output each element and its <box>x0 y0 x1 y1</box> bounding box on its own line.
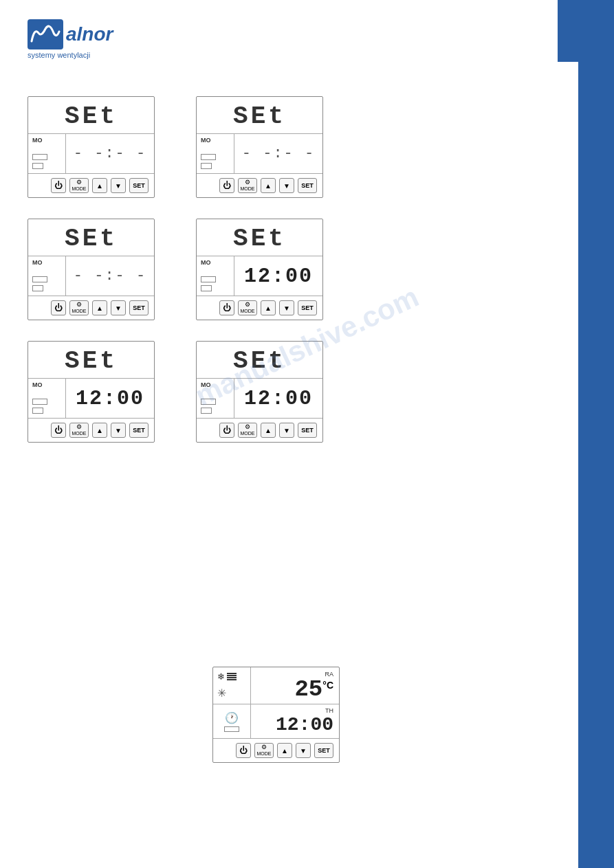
indicator-sq-3 <box>32 285 43 291</box>
left-col-1-1: MO <box>28 134 66 173</box>
snowflake-icon: ✳ <box>217 687 226 700</box>
down-button-1-1[interactable]: ▼ <box>111 178 126 193</box>
panels-row-2: SEt MO - -:- - ⏻ ⚙MODE ▲ ▼ <box>28 219 552 320</box>
set-button-2-1[interactable]: SET <box>129 300 149 315</box>
up-button-2-2[interactable]: ▲ <box>261 300 276 315</box>
up-button-bottom[interactable]: ▲ <box>277 743 292 758</box>
set-display-3-2: SEt <box>197 342 322 379</box>
logo-area: alnor systemy wentylacji <box>28 19 144 67</box>
panels-row-1: SEt MO - -:- - ⏻ ⚙MODE ▲ ▼ <box>28 96 552 198</box>
set-display-1-1: SEt <box>28 97 154 134</box>
mode-button-3-2[interactable]: ⚙MODE <box>238 423 257 438</box>
set-display-2-2: SEt <box>197 219 322 256</box>
indicator-rect-5 <box>32 399 47 405</box>
panels-row-3: SEt MO 12:00 ⏻ ⚙MODE ▲ ▼ <box>28 341 552 443</box>
left-col-1-2: MO <box>197 134 234 173</box>
set-button-2-2[interactable]: SET <box>298 300 317 315</box>
left-col-3-1: MO <box>28 379 66 418</box>
indicator-sq-5 <box>32 408 43 414</box>
power-button-1-1[interactable]: ⏻ <box>51 178 66 193</box>
up-button-3-1[interactable]: ▲ <box>92 423 107 438</box>
mode-button-1-2[interactable]: ⚙MODE <box>238 178 257 193</box>
up-button-1-1[interactable]: ▲ <box>92 178 107 193</box>
lcd-panel-2-1: SEt MO - -:- - ⏻ ⚙MODE ▲ ▼ <box>28 219 155 320</box>
mode-button-2-1[interactable]: ⚙MODE <box>69 300 89 315</box>
day-label-1-2: MO <box>201 137 230 144</box>
right-col-1-2: - -:- - <box>234 134 322 173</box>
mode-button-bottom[interactable]: ⚙MODE <box>254 743 274 758</box>
set-button-bottom[interactable]: SET <box>314 743 333 758</box>
up-button-1-2[interactable]: ▲ <box>261 178 276 193</box>
temperature-value: 25 <box>294 678 322 701</box>
set-text-3-2: SEt <box>233 347 286 375</box>
power-button-3-2[interactable]: ⏻ <box>219 423 234 438</box>
set-display-3-1: SEt <box>28 342 154 379</box>
bottom-left-icons: ❄ ✳ <box>213 667 251 704</box>
up-button-2-1[interactable]: ▲ <box>92 300 107 315</box>
lcd-panel-3-1: SEt MO 12:00 ⏻ ⚙MODE ▲ ▼ <box>28 341 155 443</box>
indicator-sq-6 <box>201 408 212 414</box>
bottom-panel-container: ❄ ✳ RA 25°C <box>0 667 552 763</box>
mode-button-3-1[interactable]: ⚙MODE <box>69 423 89 438</box>
power-button-bottom[interactable]: ⏻ <box>236 743 251 758</box>
button-row-3-1: ⏻ ⚙MODE ▲ ▼ SET <box>28 419 154 442</box>
down-button-2-2[interactable]: ▼ <box>279 300 294 315</box>
lcd-panel-2-2: SEt MO 12:00 ⏻ ⚙MODE ▲ ▼ <box>196 219 323 320</box>
right-col-1-1: - -:- - <box>66 134 154 173</box>
left-col-2-2: MO <box>197 256 234 296</box>
right-col-3-2: 12:00 <box>234 379 322 418</box>
bottom-top-section: ❄ ✳ RA 25°C <box>213 667 339 704</box>
time-dashes-1-1: - -:- - <box>74 145 146 162</box>
set-button-1-2[interactable]: SET <box>298 178 317 193</box>
day-label-3-1: MO <box>32 381 61 388</box>
right-col-2-1: - -:- - <box>66 256 154 296</box>
set-display-2-1: SEt <box>28 219 154 256</box>
logo-wave-icon <box>28 19 63 49</box>
logo-subtitle-text: systemy wentylacji <box>28 51 90 59</box>
time-display-2-2: 12:00 <box>244 265 313 288</box>
set-display-1-2: SEt <box>197 97 322 134</box>
time-dashes-1-2: - -:- - <box>242 145 315 162</box>
bottom-mid-right: TH 12:00 <box>251 704 339 738</box>
main-area-1-1: MO - -:- - <box>28 134 154 174</box>
indicator-rect-6 <box>201 399 216 405</box>
left-col-3-2: MO <box>197 379 234 418</box>
day-label-2-1: MO <box>32 259 61 266</box>
down-button-2-1[interactable]: ▼ <box>111 300 126 315</box>
bottom-middle-section: 🕐 TH 12:00 <box>213 704 339 739</box>
indicator-sq-4 <box>201 285 212 291</box>
power-button-2-1[interactable]: ⏻ <box>51 300 66 315</box>
set-button-3-2[interactable]: SET <box>298 423 317 438</box>
mode-button-1-1[interactable]: ⚙MODE <box>69 178 89 193</box>
down-button-bottom[interactable]: ▼ <box>296 743 311 758</box>
small-rect-bottom <box>224 726 239 732</box>
up-button-3-2[interactable]: ▲ <box>261 423 276 438</box>
mode-button-2-2[interactable]: ⚙MODE <box>238 300 257 315</box>
power-button-1-2[interactable]: ⏻ <box>219 178 234 193</box>
main-area-2-2: MO 12:00 <box>197 256 322 296</box>
down-button-3-2[interactable]: ▼ <box>279 423 294 438</box>
down-button-3-1[interactable]: ▼ <box>111 423 126 438</box>
button-row-2-2: ⏻ ⚙MODE ▲ ▼ SET <box>197 296 322 320</box>
set-button-3-1[interactable]: SET <box>129 423 149 438</box>
power-button-2-2[interactable]: ⏻ <box>219 300 234 315</box>
main-area-1-2: MO - -:- - <box>197 134 322 174</box>
clock-icon: 🕐 <box>225 711 239 724</box>
indicator-sq-2 <box>201 163 212 169</box>
celsius-symbol: °C <box>322 680 333 690</box>
logo-brand-text: alnor <box>66 23 113 45</box>
power-button-3-1[interactable]: ⏻ <box>51 423 66 438</box>
set-button-1-1[interactable]: SET <box>129 178 149 193</box>
day-label-3-2: MO <box>201 381 230 388</box>
temp-area: 25°C <box>294 678 333 701</box>
fan-icon-area: ❄ <box>217 671 246 682</box>
right-col-2-2: 12:00 <box>234 256 322 296</box>
bars-icon <box>227 673 237 680</box>
indicator-rect-1 <box>32 154 47 160</box>
th-label: TH <box>325 707 333 714</box>
set-text-3-1: SEt <box>65 347 118 375</box>
sidebar-top-accent <box>558 0 578 62</box>
bottom-right-temp: RA 25°C <box>251 667 339 704</box>
down-button-1-2[interactable]: ▼ <box>279 178 294 193</box>
button-row-1-1: ⏻ ⚙MODE ▲ ▼ SET <box>28 174 154 197</box>
